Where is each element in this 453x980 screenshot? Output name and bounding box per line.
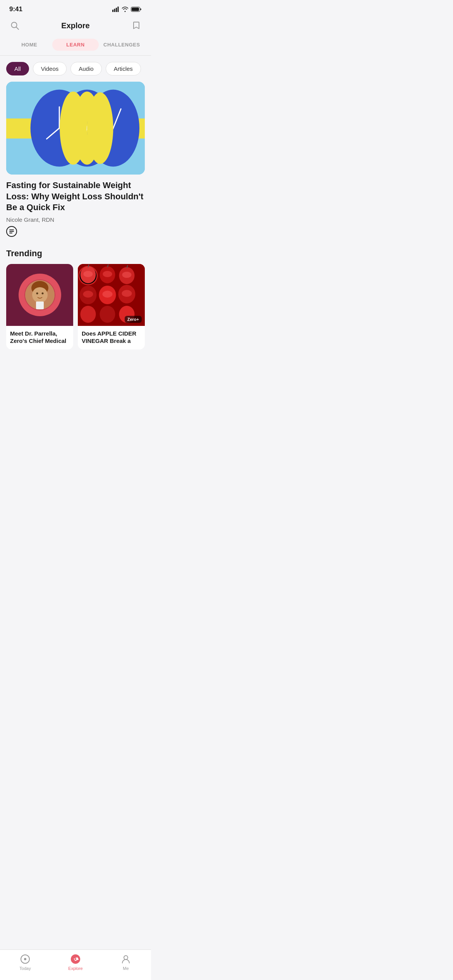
svg-line-7: [16, 27, 19, 29]
svg-rect-30: [36, 302, 44, 309]
trending-card-2[interactable]: Zero+ Does APPLE CIDER VINEGAR Break a: [78, 264, 145, 350]
signal-icon: [112, 7, 119, 12]
filter-audio[interactable]: Audio: [70, 62, 101, 75]
trending-card-1-image: [6, 264, 73, 326]
clock-illustration: [6, 82, 145, 175]
featured-meta: [6, 226, 145, 237]
status-bar: 9:41: [0, 0, 151, 15]
svg-point-43: [103, 291, 113, 298]
featured-content: Fasting for Sustainable Weight Loss: Why…: [0, 175, 151, 241]
bookmark-icon: [132, 21, 141, 30]
filter-videos[interactable]: Videos: [33, 62, 67, 75]
tab-challenges[interactable]: CHALLENGES: [99, 39, 145, 51]
doctor-avatar: [25, 280, 55, 310]
bookmark-button[interactable]: [129, 19, 143, 33]
filter-all[interactable]: All: [6, 62, 29, 75]
svg-point-45: [122, 290, 132, 297]
svg-point-27: [32, 287, 48, 303]
svg-rect-22: [9, 230, 14, 230]
featured-author: Nicole Grant, RDN: [6, 216, 145, 223]
svg-rect-24: [9, 233, 12, 233]
battery-icon: [131, 7, 142, 12]
svg-point-21: [87, 93, 113, 164]
nav-tabs: HOME LEARN CHALLENGES: [0, 37, 151, 56]
trending-card-2-image: Zero+: [78, 264, 145, 326]
tab-learn[interactable]: LEARN: [52, 39, 98, 51]
wifi-icon: [122, 7, 129, 12]
svg-point-37: [103, 271, 112, 277]
page-title: Explore: [22, 21, 129, 30]
header: Explore: [0, 15, 151, 37]
trending-title: Trending: [6, 248, 145, 259]
svg-rect-5: [132, 8, 139, 11]
filter-articles[interactable]: Articles: [106, 62, 141, 75]
svg-point-28: [36, 292, 38, 294]
trending-card-1[interactable]: Meet Dr. Parrella, Zero's Chief Medical: [6, 264, 73, 350]
search-icon: [10, 21, 19, 30]
filter-row: All Videos Audio Articles: [0, 56, 151, 80]
svg-rect-2: [116, 8, 117, 12]
zero-plus-badge: Zero+: [125, 316, 142, 323]
svg-point-41: [83, 291, 93, 298]
doctor-circle: [19, 274, 61, 316]
svg-point-29: [41, 292, 43, 294]
svg-rect-3: [118, 7, 119, 12]
svg-point-35: [84, 271, 93, 277]
trending-section: Trending: [0, 241, 151, 354]
status-icons: [112, 7, 142, 12]
svg-point-20: [60, 92, 87, 165]
svg-point-39: [122, 272, 132, 278]
trending-card-1-title: Meet Dr. Parrella, Zero's Chief Medical: [6, 326, 73, 350]
status-time: 9:41: [9, 5, 22, 13]
trending-card-2-title: Does APPLE CIDER VINEGAR Break a: [78, 326, 145, 350]
article-type-icon: [6, 226, 17, 237]
svg-point-47: [100, 306, 115, 323]
svg-rect-23: [9, 231, 14, 232]
svg-rect-0: [112, 10, 113, 12]
featured-title: Fasting for Sustainable Weight Loss: Why…: [6, 180, 145, 213]
lines-icon: [9, 228, 15, 235]
tab-home[interactable]: HOME: [6, 39, 52, 51]
svg-point-46: [81, 306, 96, 323]
search-button[interactable]: [8, 19, 22, 33]
trending-grid: Meet Dr. Parrella, Zero's Chief Medical: [6, 264, 145, 350]
featured-card[interactable]: [6, 82, 145, 175]
svg-rect-1: [114, 9, 115, 12]
featured-image: [6, 82, 145, 175]
